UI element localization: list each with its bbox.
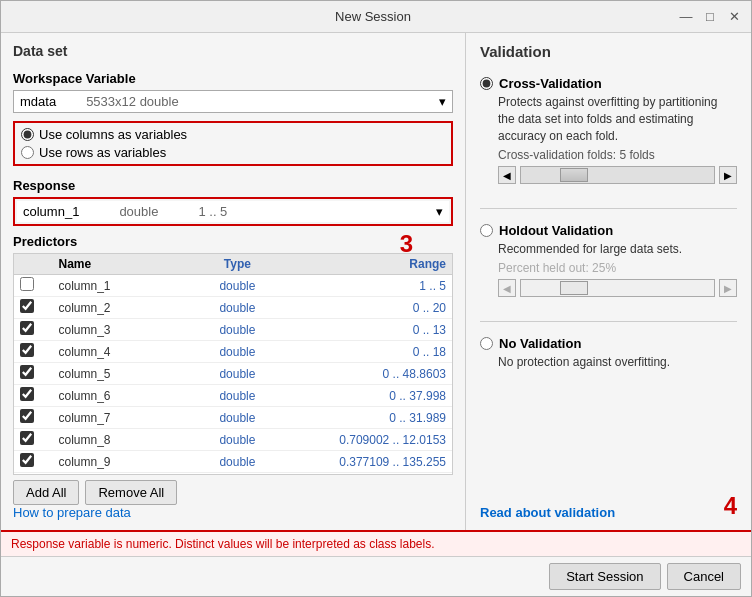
predictor-checkbox[interactable] [20, 277, 34, 291]
response-dropdown-wrapper: 3 column_1 double 1 .. 5 ▾ [13, 197, 453, 226]
response-arrow: ▾ [436, 204, 443, 219]
cross-val-desc: Protects against overfitting by partitio… [498, 94, 737, 144]
dataset-title: Data set [13, 43, 453, 59]
table-row[interactable]: column_7 double 0 .. 31.989 [14, 407, 452, 429]
col-header-check [14, 254, 52, 275]
cross-val-radio[interactable] [480, 77, 493, 90]
predictor-range: 1 .. 5 [289, 275, 452, 297]
table-row[interactable]: column_1 double 1 .. 5 [14, 275, 452, 297]
predictors-scroll[interactable]: Name Type Range column_1 double 1 .. 5 c… [14, 254, 452, 473]
cross-val-slider-row: ◀ ▶ [498, 166, 737, 184]
minimize-button[interactable]: — [677, 8, 695, 26]
table-row[interactable]: column_3 double 0 .. 13 [14, 319, 452, 341]
use-columns-label: Use columns as variables [39, 127, 187, 142]
table-row[interactable]: column_8 double 0.709002 .. 12.0153 [14, 429, 452, 451]
response-col: column_1 [23, 204, 79, 219]
predictor-name: column_3 [52, 319, 185, 341]
response-section: Response 3 column_1 double 1 .. 5 ▾ [13, 178, 453, 226]
col-header-type: Type [186, 254, 290, 275]
maximize-button[interactable]: □ [701, 8, 719, 26]
predictor-checkbox[interactable] [20, 409, 34, 423]
table-row[interactable]: column_2 double 0 .. 20 [14, 297, 452, 319]
warning-text: Response variable is numeric. Distinct v… [11, 537, 435, 551]
use-columns-radio[interactable] [21, 128, 34, 141]
divider-2 [480, 321, 737, 322]
cancel-button[interactable]: Cancel [667, 563, 741, 590]
holdout-radio[interactable] [480, 224, 493, 237]
bottom-warning: Response variable is numeric. Distinct v… [1, 530, 751, 556]
cross-val-label: Cross-Validation [499, 76, 602, 91]
predictor-type: double [186, 385, 290, 407]
table-row[interactable]: column_4 double 0 .. 18 [14, 341, 452, 363]
start-session-button[interactable]: Start Session [549, 563, 660, 590]
divider-1 [480, 208, 737, 209]
how-to-prepare-link[interactable]: How to prepare data [13, 505, 453, 520]
predictor-name: column_6 [52, 385, 185, 407]
col-header-name: Name [52, 254, 185, 275]
predictor-name: column_4 [52, 341, 185, 363]
read-about-link[interactable]: Read about validation [480, 505, 615, 520]
holdout-slider-thumb [560, 281, 588, 295]
red-num-4: 4 [724, 492, 737, 520]
response-dropdown[interactable]: column_1 double 1 .. 5 ▾ [17, 201, 449, 222]
predictor-type: double [186, 319, 290, 341]
predictors-label: Predictors [13, 234, 77, 249]
predictor-buttons: Add All Remove All [13, 480, 453, 505]
predictors-data-table: Name Type Range column_1 double 1 .. 5 c… [14, 254, 452, 473]
predictors-section: Predictors 3 Name Type [13, 234, 453, 520]
add-all-button[interactable]: Add All [13, 480, 79, 505]
predictor-checkbox[interactable] [20, 365, 34, 379]
predictor-checkbox[interactable] [20, 343, 34, 357]
use-rows-option[interactable]: Use rows as variables [21, 145, 445, 160]
predictor-type: double [186, 451, 290, 473]
table-row[interactable]: column_9 double 0.377109 .. 135.255 [14, 451, 452, 473]
left-panel: Data set Workspace Variable mdata 5533x1… [1, 33, 466, 530]
workspace-dropdown[interactable]: mdata 5533x12 double ▾ [13, 90, 453, 113]
response-label: Response [13, 178, 453, 193]
predictors-table-wrap: Name Type Range column_1 double 1 .. 5 c… [14, 254, 452, 473]
predictor-checkbox[interactable] [20, 453, 34, 467]
predictor-range: 0 .. 48.8603 [289, 363, 452, 385]
right-bottom: Read about validation 4 [480, 492, 737, 520]
predictor-checkbox[interactable] [20, 299, 34, 313]
predictor-name: column_8 [52, 429, 185, 451]
predictor-name: column_2 [52, 297, 185, 319]
holdout-pct-label: Percent held out: 25% [498, 261, 737, 275]
remove-all-button[interactable]: Remove All [85, 480, 177, 505]
table-row[interactable]: column_5 double 0 .. 48.8603 [14, 363, 452, 385]
predictor-type: double [186, 363, 290, 385]
predictor-type: double [186, 407, 290, 429]
use-columns-option[interactable]: Use columns as variables [21, 127, 445, 142]
predictor-type: double [186, 297, 290, 319]
no-val-radio[interactable] [480, 337, 493, 350]
slider-right-arrow[interactable]: ▶ [719, 166, 737, 184]
cross-val-radio-row[interactable]: Cross-Validation [480, 76, 737, 91]
use-rows-radio[interactable] [21, 146, 34, 159]
table-row[interactable]: column_6 double 0 .. 37.998 [14, 385, 452, 407]
predictor-name: column_5 [52, 363, 185, 385]
no-validation-option: No Validation No protection against over… [480, 336, 737, 371]
close-button[interactable]: ✕ [725, 8, 743, 26]
no-val-radio-row[interactable]: No Validation [480, 336, 737, 351]
workspace-section: Workspace Variable mdata 5533x12 double … [13, 71, 453, 113]
predictor-name: column_9 [52, 451, 185, 473]
predictors-header: Predictors 3 [13, 234, 453, 253]
workspace-value: mdata [20, 94, 56, 109]
col-header-range: Range [289, 254, 452, 275]
predictor-name: column_1 [52, 275, 185, 297]
predictor-checkbox[interactable] [20, 387, 34, 401]
predictor-type: double [186, 341, 290, 363]
cross-val-slider-track[interactable] [520, 166, 715, 184]
slider-left-arrow[interactable]: ◀ [498, 166, 516, 184]
response-fields: column_1 double 1 .. 5 [23, 204, 436, 219]
cross-validation-option: Cross-Validation Protects against overfi… [480, 76, 737, 184]
cross-val-slider-thumb [560, 168, 588, 182]
holdout-slider-track [520, 279, 715, 297]
predictor-range: 0 .. 20 [289, 297, 452, 319]
no-val-desc: No protection against overfitting. [498, 354, 737, 371]
predictor-range: 0 .. 18 [289, 341, 452, 363]
holdout-radio-row[interactable]: Holdout Validation [480, 223, 737, 238]
holdout-desc: Recommended for large data sets. [498, 241, 737, 258]
predictor-checkbox[interactable] [20, 431, 34, 445]
predictor-checkbox[interactable] [20, 321, 34, 335]
